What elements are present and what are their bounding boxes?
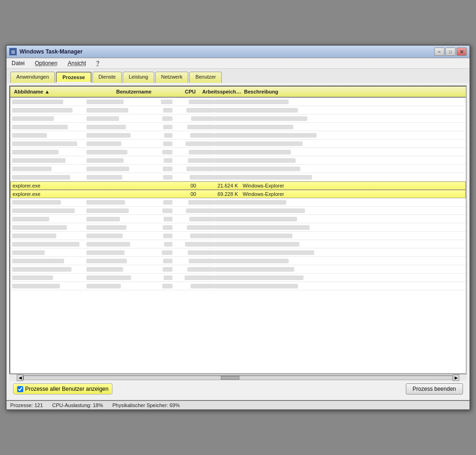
cell-cpu: 00 (175, 191, 201, 197)
scroll-right-button[interactable]: ▶ (453, 375, 459, 381)
maximize-button[interactable]: □ (445, 47, 456, 56)
bottom-bar: Prozesse aller Benutzer anzeigen Prozess… (9, 381, 467, 397)
tab-netzwerk[interactable]: Netzwerk (155, 72, 189, 83)
show-all-processes-checkbox[interactable] (17, 386, 23, 392)
col-header-cpu[interactable]: CPU (175, 88, 200, 95)
cell-abbildname: explorer.exe (13, 183, 115, 188)
process-table: Abbildname ▲ Benutzername CPU Arbeitsspe… (9, 86, 467, 374)
menu-help[interactable]: ? (95, 60, 101, 67)
table-row[interactable] (10, 114, 466, 123)
scroll-left-button[interactable]: ◀ (17, 375, 23, 381)
table-row[interactable] (10, 240, 466, 248)
col-header-arbeitsspeicher[interactable]: Arbeitsspeich… (200, 88, 242, 95)
close-button[interactable]: ✕ (456, 47, 467, 56)
table-row[interactable] (10, 106, 466, 114)
col-header-abbildname[interactable]: Abbildname ▲ (12, 88, 114, 95)
tab-anwendungen[interactable]: Anwendungen (10, 72, 55, 83)
scroll-track[interactable] (23, 375, 453, 380)
table-row[interactable] (10, 265, 466, 274)
cell-arbeitsspeicher: 21.624 K (201, 183, 243, 188)
menu-datei[interactable]: Datei (10, 60, 26, 67)
window-controls: – □ ✕ (434, 47, 467, 56)
table-row[interactable] (10, 98, 466, 106)
window-icon: ⊞ (9, 48, 17, 55)
cell-beschreibung: Windows-Explorer (243, 183, 463, 188)
task-manager-window: ⊞ Windows Task-Manager – □ ✕ Datei Optio… (6, 45, 470, 410)
table-row[interactable] (10, 215, 466, 223)
table-row[interactable] (10, 207, 466, 215)
menu-bar: Datei Optionen Ansicht ? (7, 58, 469, 69)
tab-prozesse[interactable]: Prozesse (56, 72, 91, 83)
window-title: Windows Task-Manager (20, 48, 434, 55)
table-row-explorer1[interactable]: explorer.exe 00 21.624 K Windows-Explore… (10, 181, 466, 190)
menu-optionen[interactable]: Optionen (33, 60, 59, 67)
tabs-bar: Anwendungen Prozesse Dienste Leistung Ne… (7, 69, 469, 83)
table-row[interactable] (10, 165, 466, 173)
status-processes: Prozesse: 121 (10, 402, 43, 408)
show-all-processes-container: Prozesse aller Benutzer anzeigen (13, 383, 112, 395)
table-row[interactable] (10, 248, 466, 257)
content-area: Abbildname ▲ Benutzername CPU Arbeitsspe… (7, 83, 469, 400)
end-process-button[interactable]: Prozess beenden (406, 383, 463, 395)
cell-abbildname: explorer.exe (13, 191, 115, 197)
table-row[interactable] (10, 148, 466, 156)
table-row[interactable] (10, 156, 466, 165)
tab-benutzer[interactable]: Benutzer (189, 72, 222, 83)
tab-dienste[interactable]: Dienste (93, 72, 122, 83)
scroll-thumb[interactable] (221, 376, 239, 380)
table-row[interactable] (10, 223, 466, 232)
col-header-beschreibung[interactable]: Beschreibung (242, 88, 464, 95)
table-row[interactable] (10, 123, 466, 131)
table-body[interactable]: explorer.exe 00 21.624 K Windows-Explore… (10, 98, 466, 373)
cell-cpu: 00 (175, 183, 201, 188)
menu-ansicht[interactable]: Ansicht (66, 60, 87, 67)
table-row[interactable] (10, 140, 466, 148)
status-bar: Prozesse: 121 CPU-Auslastung: 18% Physik… (7, 400, 469, 409)
status-memory: Physikalischer Speicher: 69% (112, 402, 180, 408)
table-row[interactable] (10, 274, 466, 282)
tab-leistung[interactable]: Leistung (123, 72, 154, 83)
table-row[interactable] (10, 232, 466, 240)
table-row-explorer2[interactable]: explorer.exe 00 69.228 K Windows-Explore… (10, 190, 466, 198)
table-row[interactable] (10, 173, 466, 181)
table-row[interactable] (10, 131, 466, 140)
table-row[interactable] (10, 257, 466, 265)
table-header: Abbildname ▲ Benutzername CPU Arbeitsspe… (10, 87, 466, 98)
table-row[interactable] (10, 198, 466, 207)
cell-beschreibung: Windows-Explorer (243, 191, 463, 197)
title-bar: ⊞ Windows Task-Manager – □ ✕ (7, 46, 469, 58)
horizontal-scrollbar[interactable]: ◀ ▶ (9, 374, 467, 381)
cell-arbeitsspeicher: 69.228 K (201, 191, 243, 197)
minimize-button[interactable]: – (434, 47, 444, 56)
show-all-processes-label: Prozesse aller Benutzer anzeigen (25, 386, 108, 392)
col-header-benutzername[interactable]: Benutzername (114, 88, 175, 95)
status-cpu: CPU-Auslastung: 18% (52, 402, 103, 408)
table-row[interactable] (10, 282, 466, 290)
